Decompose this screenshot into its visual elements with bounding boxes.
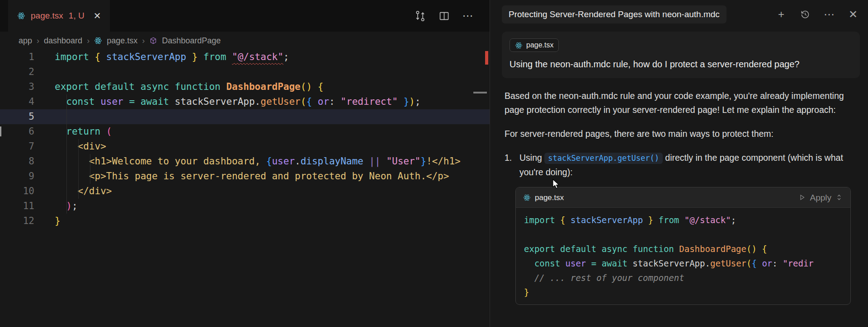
code-text[interactable]: <p>This page is server-rendered and prot… [55,169,449,184]
code-token [169,81,175,92]
more-actions-icon[interactable]: ⋯ [462,10,474,22]
code-token [566,215,571,225]
code-token: from [203,51,226,62]
user-question: Using the neon-auth.mdc rule, how do I p… [509,59,852,70]
code-text[interactable]: return ( [55,124,112,139]
react-icon [17,12,25,20]
code-token [89,51,95,62]
attached-file-chip[interactable]: page.tsx [509,38,559,52]
chat-title[interactable]: Protecting Server-Rendered Pages with ne… [502,5,726,23]
overview-ruler-error-mark [485,51,488,65]
code-text[interactable]: import { stackServerApp } from "@/stack"… [55,50,289,65]
code-token: { [560,215,565,225]
breadcrumb-symbol[interactable]: DashboardPage [162,36,221,46]
code-text[interactable]: </div> [55,184,112,199]
code-token: default [95,81,135,92]
code-token: { [751,258,756,268]
chat-header: Protecting Server-Rendered Pages with ne… [490,0,868,29]
breadcrumb-file[interactable]: page.tsx [107,36,137,46]
line-number: 2 [0,65,34,79]
code-token: export [524,244,555,254]
code-line: import { stackServerApp } from "@/stack"… [524,213,842,227]
code-token: } [524,287,529,297]
code-token: DashboardPage [226,81,300,92]
code-token [55,96,66,107]
line-number: 4 [0,94,34,109]
code-token: import [55,51,89,62]
code-line[interactable]: 6 return ( [0,124,490,139]
code-line: // ... rest of your component [524,271,842,285]
line-number: 11 [0,199,34,214]
chat-header-icons: + ⋯ ✕ [775,9,859,20]
code-token: { [306,96,312,107]
code-text: import { stackServerApp } from "@/stack"… [524,213,736,227]
code-line[interactable]: 3export default async function Dashboard… [0,79,490,94]
code-token: { [95,51,101,62]
code-token [627,258,632,268]
code-line[interactable]: 5 [0,109,490,124]
apply-button[interactable]: Apply [798,191,843,205]
tab-bar: page.tsx 1, U ✕ ⋯ [0,0,490,32]
code-line[interactable]: 1import { stackServerApp } from "@/stack… [0,50,490,65]
code-token: displayName [301,156,363,167]
breadcrumb-app[interactable]: app [19,36,32,46]
code-text[interactable]: export default async function DashboardP… [55,79,323,94]
code-text[interactable]: } [55,214,61,229]
code-token: ) [409,96,415,107]
code-token [55,201,66,211]
code-token [398,96,404,107]
tab-label: page.tsx [31,11,63,21]
tab-badge: 1, U [69,11,85,21]
code-token: } [420,156,426,167]
close-icon[interactable]: ✕ [94,10,101,21]
code-line[interactable]: 9 <p>This page is server-rendered and pr… [0,169,490,184]
more-options-icon[interactable]: ⋯ [823,9,835,20]
code-line[interactable]: 10 </div> [0,184,490,199]
open-changes-icon[interactable] [414,10,426,22]
code-text: // ... rest of your component [524,271,684,285]
code-token [524,258,534,268]
code-token: getUser [710,258,746,268]
code-token: or [762,258,772,268]
line-number: 3 [0,79,34,94]
code-token [169,96,175,107]
history-icon[interactable] [799,9,811,20]
code-text: } [524,285,529,299]
breadcrumb-dashboard[interactable]: dashboard [44,36,82,46]
code-token: || [369,156,380,167]
code-text[interactable]: <div> [55,139,106,154]
code-token [221,81,226,92]
assistant-response: Based on the neon-auth.mdc rule and your… [490,78,868,305]
line-number: 8 [0,154,34,169]
code-line[interactable]: 2 [0,65,490,79]
new-chat-icon[interactable]: + [775,9,787,20]
code-token: const [534,258,560,268]
code-token [627,244,632,254]
code-line[interactable]: 11 ); [0,199,490,214]
code-token [100,126,106,137]
code-token: . [255,96,261,107]
code-editor[interactable]: 1import { stackServerApp } from "@/stack… [0,50,490,229]
code-line[interactable]: 4 const user = await stackServerApp.getU… [0,94,490,109]
code-token: ; [731,215,736,225]
response-paragraph: Based on the neon-auth.mdc rule and your… [505,89,852,117]
close-panel-icon[interactable]: ✕ [847,9,859,20]
code-token [596,244,601,254]
code-line[interactable]: 12} [0,214,490,229]
code-token: stackServerApp [571,215,643,225]
code-line[interactable]: 8 <h1>Welcome to your dashboard, {user.d… [0,154,490,169]
indent-guide [66,94,67,214]
line-number: 7 [0,139,34,154]
code-token: user [566,258,586,268]
code-line: export default async function DashboardP… [524,242,842,256]
code-token: user [272,156,295,167]
code-line[interactable]: 7 <div> [0,139,490,154]
code-text[interactable]: const user = await stackServerApp.getUse… [55,94,420,109]
code-text[interactable]: <h1>Welcome to your dashboard, {user.dis… [55,154,461,169]
split-editor-icon[interactable] [438,10,450,22]
code-token: } [648,215,653,225]
tab-page-tsx[interactable]: page.tsx 1, U ✕ [8,0,110,32]
code-token [757,244,762,254]
chevron-right-icon: › [142,36,145,46]
code-token: ) [66,201,72,211]
